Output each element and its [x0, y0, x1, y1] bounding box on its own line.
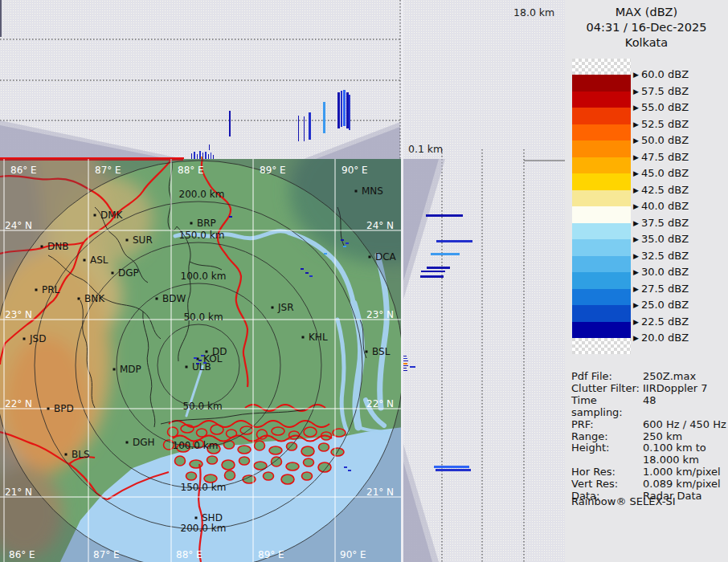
scale-band	[572, 173, 631, 190]
echo-speck	[203, 362, 207, 364]
ew-left-tick	[0, 0, 2, 37]
scale-label: ▶30.0 dBZ	[633, 266, 689, 279]
max-height-label: 18.0 km	[513, 6, 554, 18]
scale-band	[572, 108, 631, 124]
longitude-label-bottom: 89° E	[258, 549, 284, 560]
echo-speck	[341, 239, 344, 241]
metadata-row: Time sampling:48	[571, 395, 726, 419]
metadata-value: 600 Hz / 450 Hz	[643, 419, 726, 431]
echo-bar	[421, 271, 445, 272]
city-label: DMK	[100, 210, 124, 221]
metadata-row: PRF:600 Hz / 450 Hz	[571, 419, 726, 431]
echo-bar	[323, 102, 325, 133]
delta-island	[239, 457, 250, 465]
latitude-label-left: 22° N	[5, 398, 32, 409]
echo-bar	[426, 214, 463, 217]
scale-label: ▶45.0 dBZ	[633, 167, 689, 180]
range-ring-label: 50.0 km	[182, 401, 222, 412]
scale-band	[572, 305, 631, 322]
echo-bar	[298, 116, 299, 141]
metadata-label: Height:	[571, 442, 643, 454]
city-label: BPD	[54, 403, 74, 414]
scale-band	[572, 124, 631, 141]
scale-tick-arrow: ▶	[633, 285, 639, 293]
scale-tick-arrow: ▶	[633, 268, 639, 276]
scale-label-text: 20.0 dBZ	[641, 332, 689, 344]
scale-label-text: 45.0 dBZ	[641, 167, 689, 179]
echo-bar	[434, 466, 469, 468]
min-height-label: 0.1 km	[408, 143, 443, 155]
scale-band	[572, 140, 631, 157]
city-label: JSD	[29, 333, 46, 344]
range-ring-label: 200.0 km	[181, 523, 227, 534]
city-dot	[23, 338, 26, 340]
city-label: DGH	[133, 437, 155, 448]
city-label: DCA	[375, 251, 397, 263]
longitude-label-bottom: 88° E	[176, 549, 202, 560]
echo-bar	[403, 356, 407, 356]
echo-bar	[202, 153, 203, 159]
scale-label: ▶22.5 dBZ	[633, 316, 689, 328]
scale-tick-arrow: ▶	[633, 235, 639, 243]
delta-island	[222, 460, 235, 470]
metadata-row: Hor Res:1.000 km/pixel	[571, 466, 726, 479]
latitude-label-right: 22° N	[366, 398, 394, 409]
metadata-label: Range:	[571, 431, 643, 443]
metadata-label: Vert Res:	[571, 479, 643, 491]
city-label: DNB	[47, 241, 68, 252]
map-panel: 86° E86° E87° E87° E88° E88° E89° E89° E…	[0, 159, 403, 562]
range-ring-label: 100.0 km	[181, 271, 227, 282]
scale-label: ▶52.5 dBZ	[633, 118, 689, 131]
scale-label: ▶40.0 dBZ	[633, 200, 689, 213]
delta-island	[175, 456, 186, 466]
city-label: DGP	[118, 267, 139, 279]
metadata-value: 0.089 km/pixel	[643, 479, 726, 491]
metadata-label: PRF:	[571, 419, 643, 431]
echo-speck	[348, 470, 351, 471]
delta-island	[302, 472, 313, 480]
metadata-row: Vert Res:0.089 km/pixel	[571, 479, 726, 491]
echo-speck	[194, 357, 197, 359]
scale-label-text: 60.0 dBZ	[641, 68, 689, 80]
echo-bar	[229, 111, 231, 136]
ns-gridlines	[442, 149, 524, 562]
scale-band	[572, 92, 631, 108]
echo-bar	[403, 363, 407, 364]
city-label: BNK	[84, 293, 105, 304]
ew-echo-bars	[191, 90, 350, 159]
metadata-value: 0.100 km to	[643, 442, 726, 454]
delta-island	[304, 427, 317, 437]
delta-island	[269, 446, 282, 454]
delta-island	[168, 427, 178, 437]
delta-island	[238, 446, 251, 454]
delta-island	[319, 443, 329, 451]
range-ring-label: 150.0 km	[179, 230, 225, 241]
longitude-label-top: 86° E	[10, 165, 37, 176]
city-dot	[94, 214, 96, 217]
scale-band	[572, 239, 631, 256]
city-dot	[355, 190, 358, 193]
beam-blockage-wedge-lower-core	[403, 462, 432, 562]
scale-label-text: 50.0 dBZ	[641, 134, 689, 146]
city-dot	[272, 307, 274, 309]
echo-bar	[436, 469, 471, 471]
station-name: Kolkata	[565, 35, 728, 51]
echo-bar	[410, 366, 415, 368]
longitude-label-top: 87° E	[95, 165, 121, 176]
city-dot	[302, 336, 305, 339]
scale-label-text: 47.5 dBZ	[641, 151, 689, 163]
scale-label: ▶27.5 dBZ	[633, 283, 689, 295]
echo-bar	[191, 153, 192, 159]
latitude-label-left: 23° N	[5, 309, 32, 320]
scale-label: ▶20.0 dBZ	[633, 332, 689, 344]
city-label: SUR	[133, 234, 153, 246]
scale-tick-arrow: ▶	[633, 153, 639, 161]
longitude-label-top: 89° E	[260, 165, 286, 176]
delta-island	[224, 441, 235, 449]
ew-cross-section-panel	[0, 0, 403, 159]
city-label: BLS	[72, 449, 90, 460]
scale-label-text: 57.5 dBZ	[641, 85, 689, 97]
city-label: ULB	[192, 361, 211, 373]
city-dot	[65, 454, 67, 456]
city-dot	[41, 246, 43, 248]
